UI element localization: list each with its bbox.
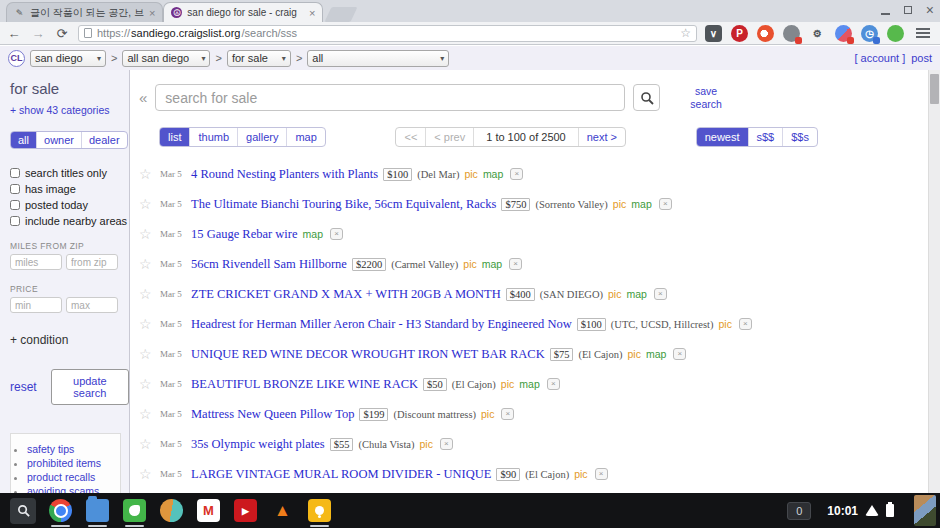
files-app-icon[interactable] <box>86 499 109 522</box>
map-link[interactable]: map <box>646 348 666 360</box>
map-link[interactable]: map <box>626 288 646 300</box>
miles-input[interactable] <box>10 254 62 270</box>
tab-craigslist-search[interactable]: ☮ san diego for sale - craig × <box>163 2 323 22</box>
condition-expander[interactable]: + condition <box>10 333 129 347</box>
view-tab-thumb[interactable]: thumb <box>189 128 237 146</box>
search-input[interactable] <box>155 84 625 111</box>
star-icon[interactable]: ☆ <box>139 256 155 272</box>
listing-title-link[interactable]: LARGE VINTAGE MURAL ROOM DIVIDER - UNIQU… <box>191 467 491 482</box>
sort-tab-newest[interactable]: newest <box>697 128 748 146</box>
zip-input[interactable] <box>66 254 118 270</box>
next-page-button[interactable]: next > <box>578 128 625 146</box>
map-link[interactable]: map <box>519 378 539 390</box>
seller-tab-owner[interactable]: owner <box>36 132 81 148</box>
listing-title-link[interactable]: UNIQUE RED WINE DECOR WROUGHT IRON WET B… <box>191 347 545 362</box>
user-avatar[interactable] <box>914 495 936 526</box>
listing-title-link[interactable]: ZTE CRICKET GRAND X MAX + WITH 20GB A MO… <box>191 287 501 302</box>
green-pin-extension-icon[interactable] <box>887 25 904 42</box>
chrome-app-icon[interactable] <box>49 499 72 522</box>
listing-title-link[interactable]: 56cm Rivendell Sam Hillborne <box>191 257 347 272</box>
page-icon[interactable] <box>84 28 92 38</box>
close-window-icon[interactable]: × <box>926 3 934 17</box>
pic-link[interactable]: pic <box>613 198 626 210</box>
o-ring-extension-icon[interactable] <box>757 25 774 42</box>
new-tab-button[interactable] <box>325 7 358 22</box>
craigslist-logo[interactable]: CL <box>8 50 25 67</box>
dismiss-icon[interactable]: × <box>501 408 514 420</box>
star-icon[interactable]: ☆ <box>139 346 155 362</box>
notification-counter[interactable]: 0 <box>787 502 811 520</box>
post-link[interactable]: post <box>911 52 932 64</box>
help-link[interactable]: safety tips <box>27 443 74 455</box>
dismiss-icon[interactable]: × <box>509 258 522 270</box>
minimize-icon[interactable] <box>881 13 890 15</box>
keep-app-icon[interactable] <box>308 499 331 522</box>
pic-link[interactable]: pic <box>574 468 587 480</box>
view-tab-gallery[interactable]: gallery <box>237 128 286 146</box>
forward-icon[interactable]: → <box>30 26 46 41</box>
listing-title-link[interactable]: 15 Gauge Rebar wire <box>191 227 298 242</box>
launcher-search-icon[interactable] <box>10 498 36 524</box>
restore-icon[interactable] <box>904 6 912 14</box>
dismiss-icon[interactable]: × <box>659 198 672 210</box>
pic-link[interactable]: pic <box>608 288 621 300</box>
listing-title-link[interactable]: 35s Olympic weight plates <box>191 437 325 452</box>
listing-title-link[interactable]: Headrest for Herman Miller Aeron Chair -… <box>191 317 572 332</box>
show-categories-link[interactable]: + show 43 categories <box>10 104 110 116</box>
vertical-scrollbar[interactable] <box>928 70 940 493</box>
map-link[interactable]: map <box>303 228 323 240</box>
vlc-app-icon[interactable]: ▲ <box>271 499 294 522</box>
pic-link[interactable]: pic <box>501 378 514 390</box>
reload-icon[interactable]: ⟳ <box>54 26 70 41</box>
map-link[interactable]: map <box>483 168 503 180</box>
listing-title-link[interactable]: Mattress New Queen Pillow Top <box>191 407 354 422</box>
status-area[interactable]: 10:01 <box>821 501 900 521</box>
breadcrumb-select-all-san-diego[interactable]: all san diego▾ <box>122 50 210 67</box>
star-icon[interactable]: ☆ <box>139 226 155 242</box>
pic-link[interactable]: pic <box>419 438 432 450</box>
update-search-button[interactable]: update search <box>51 369 129 405</box>
filter-checkbox[interactable] <box>10 200 20 210</box>
dismiss-icon[interactable]: × <box>510 168 523 180</box>
price-max-input[interactable] <box>66 297 118 313</box>
search-button[interactable] <box>633 84 660 111</box>
filter-checkbox[interactable] <box>10 184 20 194</box>
clock-extension-icon[interactable]: ◷ <box>861 25 878 42</box>
tab-close-icon[interactable]: × <box>309 7 315 19</box>
dismiss-icon[interactable]: × <box>673 348 686 360</box>
pinterest-icon[interactable]: P <box>731 25 748 42</box>
help-link[interactable]: product recalls <box>27 471 95 483</box>
menu-icon[interactable] <box>916 32 930 34</box>
back-icon[interactable]: ← <box>6 26 22 41</box>
dismiss-icon[interactable]: × <box>547 378 560 390</box>
sort-tab-s[interactable]: $$s <box>782 128 817 146</box>
filter-checkbox[interactable] <box>10 216 20 226</box>
view-tab-list[interactable]: list <box>160 128 189 146</box>
star-icon[interactable]: ☆ <box>139 316 155 332</box>
pic-link[interactable]: pic <box>627 348 640 360</box>
pic-link[interactable]: pic <box>463 258 476 270</box>
star-icon[interactable]: ☆ <box>139 436 155 452</box>
map-link[interactable]: map <box>631 198 651 210</box>
bookmark-star-icon[interactable]: ☆ <box>680 26 691 40</box>
dismiss-icon[interactable]: × <box>595 468 608 480</box>
dismiss-icon[interactable]: × <box>330 228 343 240</box>
star-icon[interactable]: ☆ <box>139 286 155 302</box>
pocket-icon[interactable]: ∨ <box>705 25 722 42</box>
capsule-extension-icon[interactable] <box>835 25 852 42</box>
view-tab-map[interactable]: map <box>286 128 324 146</box>
filter-checkbox[interactable] <box>10 168 20 178</box>
tab-close-icon[interactable]: × <box>149 7 155 19</box>
account-link[interactable]: [ account ] <box>854 52 905 64</box>
evernote-app-icon[interactable] <box>123 499 146 522</box>
scrollbar-thumb[interactable] <box>930 74 939 104</box>
listing-title-link[interactable]: 4 Round Nesting Planters with Plants <box>191 167 378 182</box>
first-page-button[interactable]: << <box>396 128 425 146</box>
dismiss-icon[interactable]: × <box>739 318 752 330</box>
pic-link[interactable]: pic <box>464 168 477 180</box>
star-icon[interactable]: ☆ <box>139 466 155 482</box>
seller-tab-dealer[interactable]: dealer <box>81 132 127 148</box>
address-bar[interactable]: https://sandiego.craigslist.org/search/s… <box>78 25 697 42</box>
tab-brunch[interactable]: ✎ 글이 작품이 되는 공간, 브 × <box>6 2 163 22</box>
collapse-sidebar-icon[interactable]: « <box>139 89 147 106</box>
